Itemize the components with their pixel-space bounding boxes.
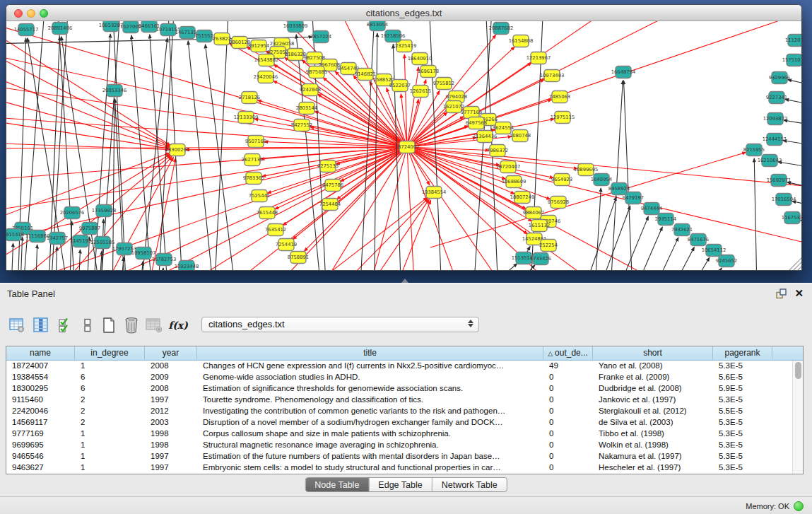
column-header-name[interactable]: name bbox=[6, 346, 75, 361]
graph-node[interactable]: 9474444 bbox=[641, 203, 662, 215]
graph-node[interactable]: 9975887 bbox=[79, 223, 100, 235]
graph-node[interactable]: 18807249 bbox=[510, 192, 535, 204]
graph-node[interactable]: 7615448 bbox=[257, 207, 278, 219]
new-document-icon[interactable] bbox=[99, 315, 119, 335]
column-header-pagerank[interactable]: pagerank bbox=[713, 346, 772, 361]
graph-node[interactable]: 17359928 bbox=[92, 205, 117, 217]
graph-node[interactable]: 1615132 bbox=[529, 220, 550, 232]
graph-node[interactable]: 8758891 bbox=[288, 252, 309, 264]
graph-node[interactable]: 9654923 bbox=[551, 174, 572, 186]
tab-node-table[interactable]: Node Table bbox=[305, 478, 369, 491]
graph-node[interactable]: 4275133 bbox=[317, 160, 339, 173]
graph-node[interactable]: 18720407 bbox=[496, 161, 521, 173]
graph-node[interactable]: 12213967 bbox=[526, 52, 551, 64]
graph-node[interactable]: 8427552 bbox=[291, 119, 312, 132]
graph-node[interactable]: 15751074 bbox=[782, 54, 801, 66]
graph-node[interactable]: 9755812 bbox=[433, 78, 454, 90]
close-panel-icon[interactable]: ✕ bbox=[794, 287, 804, 300]
table-settings-icon[interactable] bbox=[7, 315, 27, 335]
table-row[interactable]: 977716911998Corpus callosum shape and si… bbox=[6, 428, 792, 440]
table-selector-dropdown[interactable]: citations_edges.txt bbox=[201, 317, 479, 332]
graph-node[interactable]: 12093872 bbox=[763, 113, 788, 125]
graph-node[interactable]: 7986372 bbox=[487, 145, 508, 157]
graph-node[interactable]: 2935114 bbox=[655, 214, 676, 226]
graph-node[interactable]: 9507160 bbox=[245, 136, 266, 148]
graph-node[interactable]: 9756928 bbox=[548, 197, 569, 209]
graph-node[interactable]: 751552 bbox=[195, 30, 213, 42]
float-window-icon[interactable] bbox=[776, 288, 787, 299]
graph-node[interactable]: 20053346 bbox=[102, 85, 127, 97]
graph-node[interactable]: 4475786 bbox=[322, 180, 343, 192]
table-row[interactable]: 946362711997Embryonic stem cells: a mode… bbox=[6, 462, 792, 474]
graph-node[interactable]: 16210643 bbox=[758, 155, 782, 167]
graph-node[interactable]: 8215955 bbox=[743, 144, 765, 156]
graph-node[interactable]: 2718126 bbox=[239, 92, 260, 104]
table-row[interactable]: 946554611997Estimation of the future num… bbox=[6, 451, 792, 462]
graph-node[interactable]: 10688609 bbox=[502, 176, 526, 188]
graph-node[interactable]: 12444151 bbox=[763, 134, 787, 146]
trash-icon[interactable] bbox=[122, 315, 141, 335]
tab-network-table[interactable]: Network Table bbox=[433, 478, 507, 491]
graph-node[interactable]: 21364436 bbox=[473, 131, 498, 143]
column-header-out-degree[interactable]: △out_de... bbox=[543, 346, 593, 361]
graph-node[interactable]: 7485063 bbox=[549, 91, 570, 103]
graph-node[interactable]: 6497568 bbox=[466, 117, 487, 129]
table-row[interactable]: 1830029562008Estimation of significance … bbox=[6, 383, 792, 395]
table-row[interactable]: 1456911722003Disruption of a novel membe… bbox=[6, 417, 792, 428]
graph-node[interactable]: 1145193 bbox=[70, 235, 91, 247]
network-graph[interactable]: 1872400776382288601288912954232260589275… bbox=[6, 21, 801, 271]
graph-node[interactable]: 1112077 bbox=[785, 35, 801, 47]
graph-node[interactable]: 9242848 bbox=[300, 84, 321, 96]
graph-node[interactable]: 1733426 bbox=[530, 253, 551, 265]
table-row[interactable]: 1872400712008Changes of HCN gene express… bbox=[6, 361, 792, 372]
graph-node[interactable]: 9245652 bbox=[716, 255, 737, 267]
graph-node[interactable]: 7857224 bbox=[310, 31, 331, 43]
graph-node[interactable]: 12975115 bbox=[551, 112, 575, 124]
graph-node[interactable]: 9227341 bbox=[766, 92, 787, 104]
table-row[interactable]: 969969511998Structural magnetic resonanc… bbox=[6, 440, 792, 451]
column-header-title[interactable]: title bbox=[197, 346, 543, 361]
graph-node[interactable]: 18640910 bbox=[408, 53, 433, 65]
window-titlebar[interactable]: citations_edges.txt bbox=[6, 5, 801, 21]
graph-node[interactable]: 7635412 bbox=[265, 224, 286, 236]
graph-node[interactable]: 8860128 bbox=[229, 37, 250, 49]
graph-node[interactable]: 1262615 bbox=[410, 86, 431, 98]
graph-node[interactable]: 8471676 bbox=[688, 234, 709, 246]
graph-node[interactable]: 9329966 bbox=[769, 72, 790, 84]
table-scrollbar[interactable] bbox=[792, 361, 803, 474]
graph-node[interactable]: 1167533 bbox=[782, 212, 801, 224]
attribute-table[interactable]: name in_degree year title △out_de... sho… bbox=[6, 346, 804, 474]
graph-node[interactable]: 20887682 bbox=[489, 23, 514, 35]
memory-status-indicator[interactable] bbox=[794, 501, 804, 511]
graph-node[interactable]: 8813054 bbox=[367, 21, 388, 31]
graph-node[interactable]: 12923448 bbox=[175, 261, 199, 271]
scrollbar-thumb[interactable] bbox=[795, 362, 801, 379]
graph-node[interactable]: 16033809 bbox=[283, 21, 308, 33]
graph-node[interactable]: 9875685 bbox=[306, 66, 327, 78]
graph-node[interactable]: 1342757 bbox=[47, 233, 68, 245]
graph-node[interactable]: 7254484 bbox=[319, 199, 341, 211]
column-header-year[interactable]: year bbox=[145, 346, 197, 361]
network-window[interactable]: citations_edges.txt 18724007763822886012… bbox=[6, 4, 802, 271]
graph-node[interactable]: 8186328 bbox=[285, 49, 306, 61]
rows-icon[interactable] bbox=[78, 315, 98, 335]
graph-node[interactable]: 1696178 bbox=[418, 66, 439, 78]
column-select-icon[interactable] bbox=[31, 315, 51, 335]
network-canvas[interactable]: 1872400776382288601288912954232260589275… bbox=[6, 21, 801, 271]
tab-edge-table[interactable]: Edge Table bbox=[369, 478, 432, 491]
graph-node[interactable]: 14055717 bbox=[14, 24, 39, 36]
checkboxes-icon[interactable] bbox=[55, 315, 75, 335]
graph-node[interactable]: 12505185 bbox=[90, 237, 115, 249]
graph-node[interactable]: 6479197 bbox=[623, 192, 644, 204]
graph-node[interactable]: 3915418 bbox=[6, 229, 24, 241]
graph-node[interactable]: 7932621 bbox=[671, 224, 693, 236]
graph-node[interactable]: 3624554 bbox=[493, 122, 514, 134]
graph-node[interactable]: 2627130 bbox=[242, 154, 263, 166]
table-row[interactable]: 2242004622012Investigating the contribut… bbox=[6, 406, 792, 417]
graph-node[interactable]: 1640954 bbox=[591, 174, 612, 186]
graph-node[interactable]: 8912954 bbox=[248, 40, 269, 52]
graph-node[interactable]: 252254 bbox=[539, 240, 558, 252]
graph-node[interactable]: 2803144 bbox=[296, 103, 317, 115]
table-row[interactable]: 1938455462009Genome-wide association stu… bbox=[6, 372, 792, 383]
graph-node[interactable]: 9783365 bbox=[243, 173, 264, 185]
